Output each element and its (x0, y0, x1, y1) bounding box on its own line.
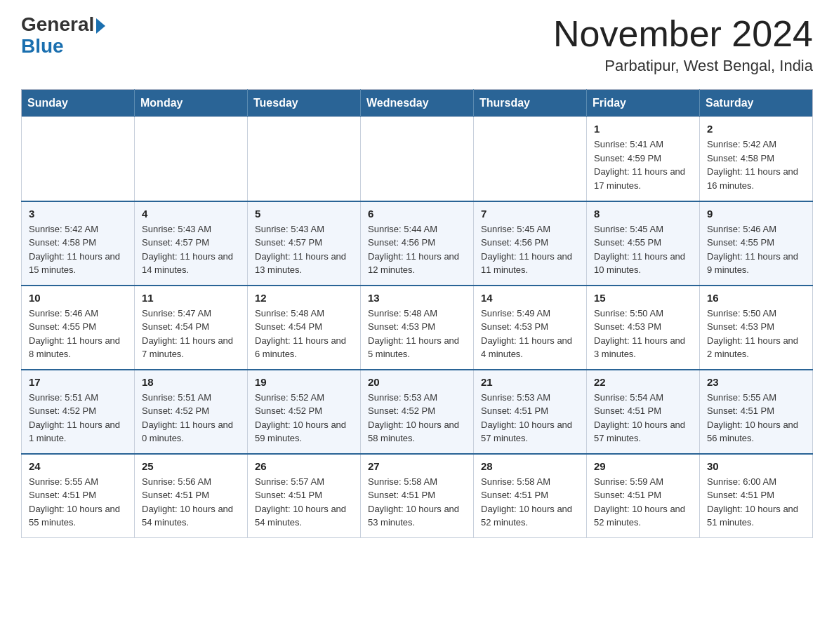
day-info: Sunrise: 5:44 AMSunset: 4:56 PMDaylight:… (368, 222, 466, 277)
calendar-cell: 4Sunrise: 5:43 AMSunset: 4:57 PMDaylight… (135, 201, 248, 286)
day-info: Sunrise: 5:58 AMSunset: 4:51 PMDaylight:… (368, 475, 466, 530)
day-number: 12 (255, 292, 353, 304)
day-number: 21 (481, 376, 579, 388)
location-title: Parbatipur, West Bengal, India (553, 57, 813, 75)
day-number: 19 (255, 376, 353, 388)
day-info: Sunrise: 5:43 AMSunset: 4:57 PMDaylight:… (142, 222, 240, 277)
title-block: November 2024 Parbatipur, West Bengal, I… (553, 14, 813, 75)
weekday-header-thursday: Thursday (474, 90, 587, 117)
calendar-cell: 30Sunrise: 6:00 AMSunset: 4:51 PMDayligh… (700, 454, 813, 538)
weekday-header-row: SundayMondayTuesdayWednesdayThursdayFrid… (22, 90, 813, 117)
day-info: Sunrise: 5:53 AMSunset: 4:52 PMDaylight:… (368, 391, 466, 445)
day-info: Sunrise: 5:59 AMSunset: 4:51 PMDaylight:… (594, 475, 692, 530)
calendar-cell: 24Sunrise: 5:55 AMSunset: 4:51 PMDayligh… (22, 454, 135, 538)
day-number: 28 (481, 460, 579, 472)
calendar-cell: 13Sunrise: 5:48 AMSunset: 4:53 PMDayligh… (361, 286, 474, 370)
calendar-cell (361, 117, 474, 201)
day-number: 9 (707, 208, 805, 220)
day-info: Sunrise: 5:56 AMSunset: 4:51 PMDaylight:… (142, 475, 240, 530)
weekday-header-tuesday: Tuesday (248, 90, 361, 117)
day-number: 23 (707, 376, 805, 388)
day-info: Sunrise: 5:48 AMSunset: 4:54 PMDaylight:… (255, 307, 353, 361)
day-number: 22 (594, 376, 692, 388)
day-number: 20 (368, 376, 466, 388)
day-info: Sunrise: 5:58 AMSunset: 4:51 PMDaylight:… (481, 475, 579, 530)
day-info: Sunrise: 5:52 AMSunset: 4:52 PMDaylight:… (255, 391, 353, 445)
day-number: 2 (707, 123, 805, 135)
calendar-cell: 22Sunrise: 5:54 AMSunset: 4:51 PMDayligh… (587, 370, 700, 454)
calendar-week-row: 10Sunrise: 5:46 AMSunset: 4:55 PMDayligh… (22, 286, 813, 370)
calendar-week-row: 1Sunrise: 5:41 AMSunset: 4:59 PMDaylight… (22, 117, 813, 201)
day-number: 30 (707, 460, 805, 472)
weekday-header-monday: Monday (135, 90, 248, 117)
calendar-cell (474, 117, 587, 201)
calendar-cell: 29Sunrise: 5:59 AMSunset: 4:51 PMDayligh… (587, 454, 700, 538)
day-number: 8 (594, 208, 692, 220)
day-info: Sunrise: 5:53 AMSunset: 4:51 PMDaylight:… (481, 391, 579, 445)
calendar-cell: 5Sunrise: 5:43 AMSunset: 4:57 PMDaylight… (248, 201, 361, 286)
weekday-header-sunday: Sunday (22, 90, 135, 117)
calendar-week-row: 24Sunrise: 5:55 AMSunset: 4:51 PMDayligh… (22, 454, 813, 538)
calendar-cell: 28Sunrise: 5:58 AMSunset: 4:51 PMDayligh… (474, 454, 587, 538)
calendar-cell: 11Sunrise: 5:47 AMSunset: 4:54 PMDayligh… (135, 286, 248, 370)
logo: General Blue (21, 14, 105, 58)
calendar-cell: 12Sunrise: 5:48 AMSunset: 4:54 PMDayligh… (248, 286, 361, 370)
day-info: Sunrise: 5:48 AMSunset: 4:53 PMDaylight:… (368, 307, 466, 361)
logo-blue-text: Blue (21, 35, 64, 57)
calendar-cell: 9Sunrise: 5:46 AMSunset: 4:55 PMDaylight… (700, 201, 813, 286)
calendar-header: SundayMondayTuesdayWednesdayThursdayFrid… (22, 90, 813, 117)
day-number: 14 (481, 292, 579, 304)
calendar-cell (135, 117, 248, 201)
calendar-cell: 17Sunrise: 5:51 AMSunset: 4:52 PMDayligh… (22, 370, 135, 454)
day-number: 26 (255, 460, 353, 472)
day-info: Sunrise: 5:45 AMSunset: 4:55 PMDaylight:… (594, 222, 692, 277)
weekday-header-wednesday: Wednesday (361, 90, 474, 117)
calendar-cell: 15Sunrise: 5:50 AMSunset: 4:53 PMDayligh… (587, 286, 700, 370)
day-info: Sunrise: 5:57 AMSunset: 4:51 PMDaylight:… (255, 475, 353, 530)
day-info: Sunrise: 5:55 AMSunset: 4:51 PMDaylight:… (29, 475, 127, 530)
day-number: 13 (368, 292, 466, 304)
calendar-cell (22, 117, 135, 201)
day-info: Sunrise: 5:50 AMSunset: 4:53 PMDaylight:… (707, 307, 805, 361)
calendar-cell: 7Sunrise: 5:45 AMSunset: 4:56 PMDaylight… (474, 201, 587, 286)
day-number: 1 (594, 123, 692, 135)
calendar-body: 1Sunrise: 5:41 AMSunset: 4:59 PMDaylight… (22, 117, 813, 538)
day-info: Sunrise: 5:42 AMSunset: 4:58 PMDaylight:… (29, 222, 127, 277)
day-info: Sunrise: 5:41 AMSunset: 4:59 PMDaylight:… (594, 137, 692, 192)
day-number: 25 (142, 460, 240, 472)
day-info: Sunrise: 5:47 AMSunset: 4:54 PMDaylight:… (142, 307, 240, 361)
calendar-cell: 14Sunrise: 5:49 AMSunset: 4:53 PMDayligh… (474, 286, 587, 370)
calendar-week-row: 3Sunrise: 5:42 AMSunset: 4:58 PMDaylight… (22, 201, 813, 286)
page-header: General Blue November 2024 Parbatipur, W… (21, 14, 813, 75)
day-number: 6 (368, 208, 466, 220)
day-info: Sunrise: 5:43 AMSunset: 4:57 PMDaylight:… (255, 222, 353, 277)
day-number: 18 (142, 376, 240, 388)
day-number: 24 (29, 460, 127, 472)
day-number: 10 (29, 292, 127, 304)
day-info: Sunrise: 5:42 AMSunset: 4:58 PMDaylight:… (707, 137, 805, 192)
weekday-header-saturday: Saturday (700, 90, 813, 117)
day-number: 15 (594, 292, 692, 304)
day-number: 16 (707, 292, 805, 304)
calendar-cell: 21Sunrise: 5:53 AMSunset: 4:51 PMDayligh… (474, 370, 587, 454)
calendar-cell: 6Sunrise: 5:44 AMSunset: 4:56 PMDaylight… (361, 201, 474, 286)
day-info: Sunrise: 6:00 AMSunset: 4:51 PMDaylight:… (707, 475, 805, 530)
calendar-cell: 20Sunrise: 5:53 AMSunset: 4:52 PMDayligh… (361, 370, 474, 454)
calendar-cell: 16Sunrise: 5:50 AMSunset: 4:53 PMDayligh… (700, 286, 813, 370)
logo-general-text: General (21, 14, 94, 36)
calendar-cell: 26Sunrise: 5:57 AMSunset: 4:51 PMDayligh… (248, 454, 361, 538)
calendar-cell: 10Sunrise: 5:46 AMSunset: 4:55 PMDayligh… (22, 286, 135, 370)
weekday-header-friday: Friday (587, 90, 700, 117)
calendar-cell: 25Sunrise: 5:56 AMSunset: 4:51 PMDayligh… (135, 454, 248, 538)
calendar-cell (248, 117, 361, 201)
calendar-week-row: 17Sunrise: 5:51 AMSunset: 4:52 PMDayligh… (22, 370, 813, 454)
calendar-cell: 8Sunrise: 5:45 AMSunset: 4:55 PMDaylight… (587, 201, 700, 286)
day-info: Sunrise: 5:54 AMSunset: 4:51 PMDaylight:… (594, 391, 692, 445)
month-title: November 2024 (553, 14, 813, 54)
calendar-cell: 2Sunrise: 5:42 AMSunset: 4:58 PMDaylight… (700, 117, 813, 201)
day-number: 27 (368, 460, 466, 472)
day-info: Sunrise: 5:46 AMSunset: 4:55 PMDaylight:… (707, 222, 805, 277)
calendar-table: SundayMondayTuesdayWednesdayThursdayFrid… (21, 89, 813, 538)
day-number: 5 (255, 208, 353, 220)
day-number: 29 (594, 460, 692, 472)
